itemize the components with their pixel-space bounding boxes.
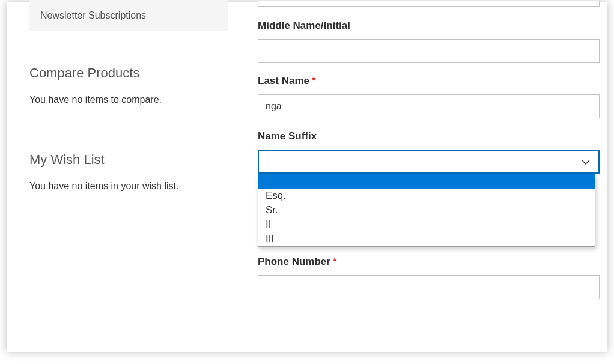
suffix-option-sr[interactable]: Sr.	[258, 203, 595, 217]
suffix-option-esq[interactable]: Esq.	[258, 189, 595, 203]
name-suffix-label: Name Suffix	[258, 130, 600, 142]
middle-name-field: Middle Name/Initial	[258, 20, 600, 63]
name-suffix-select[interactable]	[258, 150, 600, 174]
compare-products-block: Compare Products You have no items to co…	[29, 65, 228, 105]
required-mark: *	[333, 256, 337, 267]
compare-products-empty: You have no items to compare.	[29, 94, 228, 105]
wishlist-block: My Wish List You have no items in your w…	[29, 152, 228, 192]
suffix-option-ii[interactable]: II	[258, 217, 595, 232]
first-name-input-partial[interactable]	[258, 1, 600, 7]
sidebar-item-newsletter[interactable]: Newsletter Subscriptions	[29, 0, 228, 31]
wishlist-empty: You have no items in your wish list.	[29, 181, 228, 192]
name-suffix-field: Name Suffix Esq. Sr. II III	[258, 130, 600, 174]
compare-products-title: Compare Products	[29, 65, 228, 81]
phone-number-label: Phone Number*	[258, 256, 600, 268]
chevron-down-icon	[582, 156, 590, 167]
last-name-input[interactable]	[258, 94, 600, 118]
suffix-option-iii[interactable]: III	[258, 232, 595, 246]
middle-name-input[interactable]	[258, 39, 600, 63]
middle-name-label: Middle Name/Initial	[258, 20, 600, 32]
last-name-label: Last Name*	[258, 75, 600, 87]
required-mark: *	[312, 75, 316, 86]
sidebar-item-label: Newsletter Subscriptions	[40, 10, 146, 21]
suffix-option-blank[interactable]	[258, 174, 595, 189]
last-name-field: Last Name*	[258, 75, 600, 118]
phone-number-input[interactable]	[258, 275, 600, 299]
phone-number-field: Phone Number*	[258, 256, 600, 299]
wishlist-title: My Wish List	[29, 152, 228, 168]
name-suffix-dropdown: Esq. Sr. II III	[258, 174, 595, 247]
